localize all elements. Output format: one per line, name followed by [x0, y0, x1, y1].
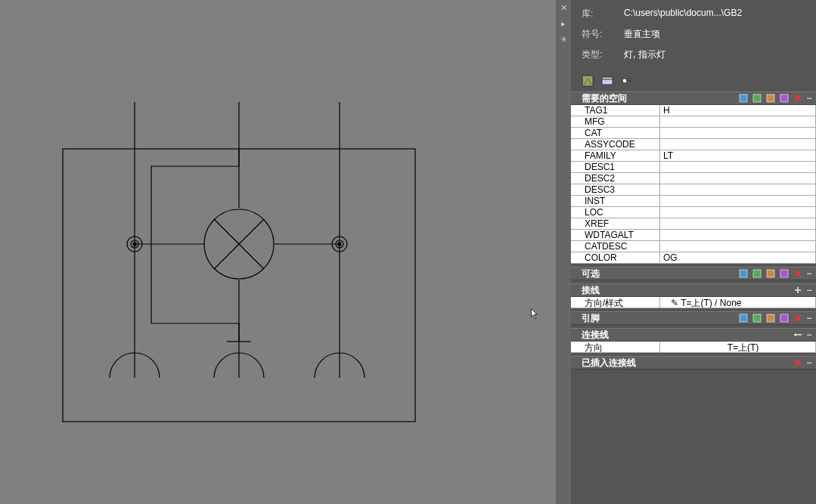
mini-icon-del[interactable]	[793, 314, 802, 323]
grid-row[interactable]: DESC2	[571, 173, 816, 184]
grid-row[interactable]: ASSYCODE	[571, 139, 816, 150]
section-header-optional[interactable]: 可选 −	[571, 267, 816, 280]
grid-row[interactable]: DESC1	[571, 162, 816, 173]
grid-key: DESC2	[571, 173, 660, 184]
mini-icon-a[interactable]	[739, 314, 748, 323]
grid-value[interactable]	[660, 173, 816, 184]
grid-row[interactable]: MFG	[571, 116, 816, 128]
grid-value[interactable]	[660, 241, 816, 252]
grid-row[interactable]: 方向 T=上(T)	[571, 342, 816, 353]
section-title: 需要的空间	[574, 92, 739, 105]
grid-value[interactable]: LT	[660, 150, 816, 161]
mini-icon-b[interactable]	[752, 94, 762, 103]
symbol-value: 垂直主项	[624, 28, 805, 41]
grid-row[interactable]: TAG1H	[571, 105, 816, 116]
tool-icon-3[interactable]	[621, 75, 633, 87]
grid-required[interactable]: TAG1HMFGCATASSYCODEFAMILYLTDESC1DESC2DES…	[571, 105, 816, 264]
svg-rect-18	[602, 77, 613, 85]
grid-row[interactable]: CATDESC	[571, 241, 816, 252]
mini-icon-d[interactable]	[780, 269, 789, 278]
grid-key: 方向	[571, 342, 660, 352]
section-title: 可选	[574, 267, 739, 280]
mini-icon-a[interactable]	[739, 269, 748, 278]
grid-row[interactable]: COLOROG	[571, 252, 816, 264]
mini-icon-del[interactable]	[793, 269, 802, 278]
grid-value[interactable]	[660, 230, 816, 240]
grid-wiring[interactable]: 方向/样式 ✎ T=上(T) / None	[571, 297, 816, 308]
grid-key: CATDESC	[571, 241, 660, 252]
section-header-pins[interactable]: 引脚 −	[571, 311, 816, 325]
collapse-icon[interactable]: −	[805, 313, 813, 323]
mini-icon-d[interactable]	[780, 94, 789, 103]
section-connwire: 连接线 − 方向 T=上(T)	[571, 328, 816, 353]
mini-icon-a[interactable]	[739, 94, 748, 103]
tool-icon-2[interactable]	[601, 75, 613, 87]
section-inserted: 已插入连接线 −	[571, 356, 816, 369]
grid-value[interactable]	[660, 184, 816, 195]
collapse-icon[interactable]: −	[805, 329, 813, 340]
grid-key: WDTAGALT	[571, 230, 660, 240]
section-header-connwire[interactable]: 连接线 −	[571, 328, 816, 342]
mini-icon-b[interactable]	[752, 314, 762, 323]
svg-rect-27	[767, 270, 774, 277]
mini-icon-c[interactable]	[766, 314, 775, 323]
grid-value[interactable]: H	[660, 105, 816, 116]
svg-rect-26	[753, 270, 761, 277]
mini-icon-del[interactable]	[793, 358, 802, 367]
grid-row[interactable]: DESC3	[571, 184, 816, 196]
grid-value[interactable]	[660, 207, 816, 218]
grid-value[interactable]	[660, 218, 816, 229]
mini-icon-wire[interactable]	[793, 330, 802, 339]
grid-row[interactable]: INST	[571, 196, 816, 207]
svg-rect-23	[767, 94, 774, 102]
grid-row[interactable]: FAMILYLT	[571, 150, 816, 162]
settings-icon[interactable]: ✳	[560, 35, 567, 45]
section-header-required[interactable]: 需要的空间 −	[571, 91, 816, 105]
grid-value[interactable]: T=上(T)	[660, 342, 816, 352]
grid-key: FAMILY	[571, 150, 660, 161]
mini-icon-d[interactable]	[780, 314, 789, 323]
mini-icon-c[interactable]	[766, 269, 775, 278]
grid-key: DESC1	[571, 162, 660, 172]
drawing-canvas[interactable]	[0, 0, 556, 504]
grid-value[interactable]	[660, 116, 816, 127]
grid-key: MFG	[571, 116, 660, 127]
type-label: 类型:	[582, 48, 624, 61]
type-value: 灯, 指示灯	[624, 48, 805, 61]
collapse-icon[interactable]: −	[805, 268, 813, 279]
grid-value[interactable]: ✎ T=上(T) / None	[660, 297, 816, 308]
panel-toolbar	[571, 73, 816, 91]
svg-point-12	[133, 243, 136, 246]
tool-icon-1[interactable]	[582, 75, 594, 87]
close-icon[interactable]: ✕	[560, 3, 567, 13]
svg-rect-25	[740, 270, 747, 277]
grid-connwire[interactable]: 方向 T=上(T)	[571, 342, 816, 353]
library-value: C:\users\public\docum...\GB2	[624, 8, 805, 20]
grid-key: XREF	[571, 218, 660, 229]
grid-row[interactable]: 方向/样式 ✎ T=上(T) / None	[571, 297, 816, 308]
collapse-right-icon[interactable]: ▸	[561, 19, 566, 29]
svg-rect-21	[740, 94, 747, 102]
section-title: 接线	[574, 284, 793, 297]
grid-row[interactable]: CAT	[571, 128, 816, 139]
grid-row[interactable]: WDTAGALT	[571, 230, 816, 241]
grid-row[interactable]: LOC	[571, 207, 816, 218]
mini-icon-b[interactable]	[752, 269, 762, 278]
mini-icon-del[interactable]	[793, 94, 802, 103]
grid-value[interactable]	[660, 128, 816, 138]
svg-rect-24	[780, 94, 788, 102]
mini-icon-add[interactable]	[793, 286, 802, 295]
grid-row[interactable]: XREF	[571, 218, 816, 230]
section-wiring: 接线 − 方向/样式 ✎ T=上(T) / None	[571, 283, 816, 308]
pencil-icon: ✎	[671, 298, 678, 308]
grid-value[interactable]	[660, 196, 816, 206]
section-header-inserted[interactable]: 已插入连接线 −	[571, 356, 816, 369]
mini-icon-c[interactable]	[766, 94, 775, 103]
collapse-icon[interactable]: −	[805, 93, 813, 104]
section-header-wiring[interactable]: 接线 −	[571, 283, 816, 297]
collapse-icon[interactable]: −	[805, 285, 813, 295]
grid-value[interactable]: OG	[660, 252, 816, 263]
grid-value[interactable]	[660, 139, 816, 150]
grid-value[interactable]	[660, 162, 816, 172]
collapse-icon[interactable]: −	[805, 357, 813, 368]
